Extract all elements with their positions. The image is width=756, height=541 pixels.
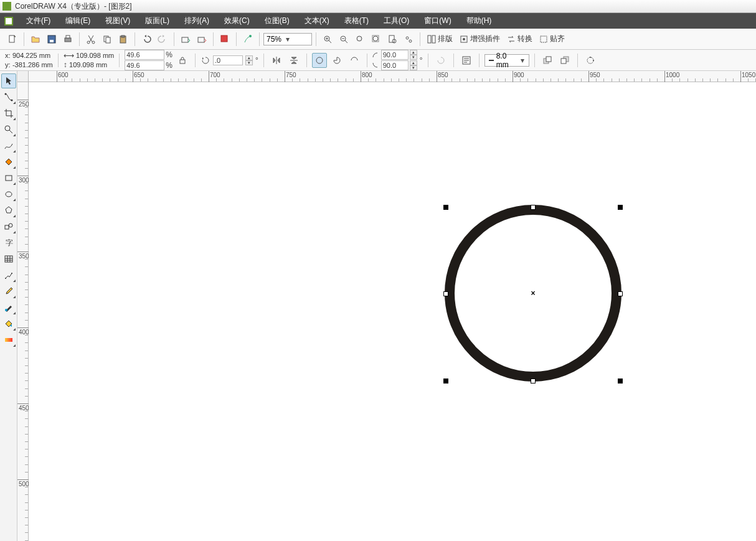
menu-tools[interactable]: 工具(O) [376, 13, 417, 29]
menu-window[interactable]: 窗口(W) [417, 13, 458, 29]
pos-y-value[interactable]: -381.286 mm [12, 61, 53, 68]
redo-button[interactable] [155, 32, 170, 47]
menu-view[interactable]: 视图(V) [98, 13, 138, 29]
polygon-tool[interactable] [1, 203, 16, 218]
plugins-button[interactable]: 增强插件 [456, 32, 503, 46]
outline-tool[interactable] [1, 300, 16, 315]
svg-rect-10 [106, 37, 110, 43]
print-button[interactable] [60, 32, 75, 47]
mirror-h-button[interactable] [269, 53, 284, 68]
height-value[interactable]: 109.098 mm [69, 61, 107, 68]
new-button[interactable] [5, 32, 20, 47]
scale-x-input[interactable]: 49.6 [125, 50, 164, 60]
spin-down[interactable]: ▾ [245, 60, 253, 65]
freehand-tool[interactable] [1, 138, 16, 153]
chevron-down-icon: ▾ [519, 56, 526, 65]
direction-button[interactable] [433, 53, 448, 68]
zoom-out-button[interactable] [336, 32, 351, 47]
snap-button[interactable]: 贴齐 [536, 32, 567, 46]
menu-text[interactable]: 文本(X) [297, 13, 337, 29]
canvas[interactable]: × [29, 82, 756, 541]
pos-x-value[interactable]: 904.225 mm [12, 52, 50, 59]
menu-help[interactable]: 帮助(H) [459, 13, 499, 29]
mirror-v-button[interactable] [286, 53, 301, 68]
pick-tool[interactable] [1, 73, 16, 88]
zoom-in-button[interactable] [320, 32, 335, 47]
spin-up[interactable]: ▴ [245, 55, 253, 60]
pie-mode-button[interactable] [329, 53, 344, 68]
menu-arrange[interactable]: 排列(A) [177, 13, 217, 29]
rectangle-tool[interactable] [1, 171, 16, 186]
arc-mode-button[interactable] [347, 53, 362, 68]
sel-handle-bl[interactable] [443, 379, 448, 383]
layout-button[interactable]: 排版 [424, 32, 455, 46]
import-button[interactable] [178, 32, 193, 47]
menu-effects[interactable]: 效果(C) [217, 13, 257, 29]
scale-y-input[interactable]: 49.6 [125, 60, 164, 70]
lock-ratio-button[interactable] [175, 53, 190, 68]
rotation-input[interactable]: .0 [213, 55, 243, 65]
svg-point-46 [6, 192, 12, 197]
wrap-text-button[interactable] [459, 53, 474, 68]
to-back-button[interactable] [557, 53, 572, 68]
undo-button[interactable] [139, 32, 154, 47]
sel-handle-mr[interactable] [618, 291, 623, 296]
to-front-button[interactable] [540, 53, 555, 68]
smart-fill-tool[interactable] [1, 154, 16, 169]
start-angle-input[interactable]: 90.0 [381, 50, 409, 60]
sel-handle-tr[interactable] [618, 205, 623, 210]
convert-button[interactable]: 转换 [504, 32, 535, 46]
open-button[interactable] [28, 32, 43, 47]
shape-tool[interactable] [1, 90, 16, 105]
app-launcher-button[interactable] [217, 32, 232, 47]
export-button[interactable] [194, 32, 209, 47]
horizontal-ruler[interactable]: 60065070075080085090095010001050 [17, 71, 756, 82]
export-icon [197, 34, 207, 44]
vertical-ruler[interactable]: 250300350400450500 [17, 82, 29, 541]
menu-bitmaps[interactable]: 位图(B) [257, 13, 297, 29]
fill-tool[interactable] [1, 316, 16, 331]
zoom-selection-button[interactable] [352, 32, 367, 47]
eyedropper-tool[interactable] [1, 284, 16, 299]
outline-width-combo[interactable]: 8.0 mm ▾ [484, 54, 529, 67]
welcome-button[interactable] [240, 32, 255, 47]
sel-handle-br[interactable] [618, 379, 623, 383]
paste-button[interactable] [116, 32, 131, 47]
zoom-all-button[interactable] [401, 32, 416, 47]
spin-down[interactable]: ▾ [410, 65, 417, 70]
ellipse-mode-button[interactable] [312, 53, 327, 68]
table-tool[interactable] [1, 252, 16, 266]
cut-button[interactable] [83, 32, 98, 47]
interactive-fill-tool[interactable] [1, 332, 16, 347]
menu-file[interactable]: 文件(F) [19, 13, 58, 29]
spin-down[interactable]: ▾ [410, 55, 417, 60]
menu-table[interactable]: 表格(T) [337, 13, 376, 29]
convert-curves-button[interactable] [583, 53, 598, 68]
text-tool[interactable]: 字 [1, 235, 16, 250]
menu-layout[interactable]: 版面(L) [138, 13, 177, 29]
zoom-combo[interactable]: 75% ▾ [263, 33, 312, 45]
zoom-page-button[interactable] [385, 32, 400, 47]
pos-x-label: x: [5, 52, 11, 59]
sel-handle-bm[interactable] [531, 379, 536, 383]
basic-shapes-tool[interactable] [1, 219, 16, 234]
app-icon [2, 2, 11, 11]
crop-tool[interactable] [1, 106, 16, 121]
sel-handle-tm[interactable] [531, 205, 536, 210]
zoom-fit-button[interactable] [369, 32, 384, 47]
zoom-tool[interactable] [1, 122, 16, 137]
sel-handle-ml[interactable] [443, 291, 448, 296]
end-angle-input[interactable]: 90.0 [381, 60, 409, 70]
width-value[interactable]: 109.098 mm [76, 52, 114, 59]
menu-bar: 文件(F) 编辑(E) 视图(V) 版面(L) 排列(A) 效果(C) 位图(B… [0, 13, 756, 29]
interactive-tool[interactable] [1, 268, 16, 283]
start-angle-icon [372, 52, 380, 58]
save-button[interactable] [44, 32, 59, 47]
spin-up[interactable]: ▴ [410, 50, 417, 55]
copy-button[interactable] [100, 32, 115, 47]
ellipse-tool[interactable] [1, 187, 16, 202]
menu-edit[interactable]: 编辑(E) [58, 13, 98, 29]
ruler-origin[interactable] [17, 71, 29, 82]
spin-up[interactable]: ▴ [410, 60, 417, 65]
sel-handle-tl[interactable] [443, 205, 448, 210]
